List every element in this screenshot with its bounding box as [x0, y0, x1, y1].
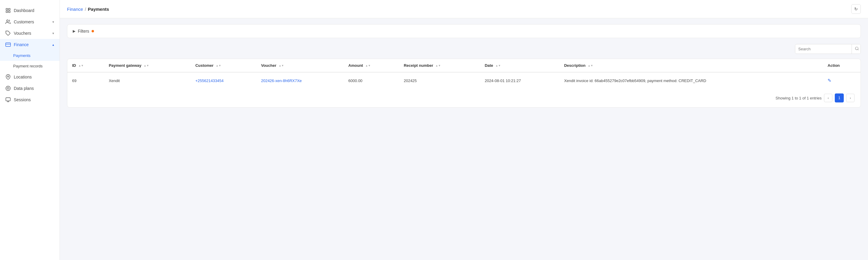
payments-table-wrapper: ID ▲▼ Payment gateway ▲▼ Customer ▲▼ V [67, 59, 861, 108]
table-row: 69 Xendit +255621433454 202426-xen-8h6RX… [67, 72, 861, 89]
sidebar-item-label: Sessions [14, 97, 31, 102]
sort-icon-id: ▲▼ [79, 64, 84, 67]
chevron-down-icon: ▾ [52, 20, 54, 24]
cell-id: 69 [67, 72, 104, 89]
refresh-icon: ↻ [854, 7, 858, 11]
sidebar-item-vouchers[interactable]: Vouchers ▾ [0, 28, 60, 39]
pagination: Showing 1 to 1 of 1 entries ‹ 1 › [67, 89, 861, 107]
pagination-prev-button[interactable]: ‹ [824, 94, 832, 102]
pagination-page-1-button[interactable]: 1 [835, 93, 844, 103]
col-header-description[interactable]: Description ▲▼ [559, 59, 823, 72]
map-pin-icon [5, 74, 11, 80]
pagination-next-button[interactable]: › [846, 94, 855, 102]
search-icon [855, 47, 859, 51]
search-input[interactable] [795, 45, 851, 53]
table-header-row: ID ▲▼ Payment gateway ▲▼ Customer ▲▼ V [67, 59, 861, 72]
cell-receipt-number: 202425 [399, 72, 480, 89]
col-header-receipt-number[interactable]: Receipt number ▲▼ [399, 59, 480, 72]
sidebar-item-label: Vouchers [14, 31, 31, 36]
customer-link[interactable]: +255621433454 [195, 79, 224, 83]
page-header: Finance / Payments ↻ [60, 0, 868, 18]
sidebar-item-label: Locations [14, 75, 32, 79]
col-header-date[interactable]: Date ▲▼ [480, 59, 559, 72]
sidebar-item-dashboard[interactable]: Dashboard [0, 5, 60, 16]
sort-icon-payment-gateway: ▲▼ [144, 64, 149, 67]
cell-amount: 6000.00 [344, 72, 399, 89]
credit-card-icon [5, 42, 11, 47]
svg-rect-6 [6, 43, 11, 47]
sidebar-item-label: Dashboard [14, 8, 34, 13]
sort-icon-customer: ▲▼ [216, 64, 221, 67]
breadcrumb-separator: / [85, 7, 86, 12]
sort-icon-amount: ▲▼ [366, 64, 371, 67]
main-content: Finance / Payments ↻ ▶ Filters [60, 0, 868, 260]
sidebar-item-label: Finance [14, 42, 29, 47]
sidebar-item-locations[interactable]: Locations [0, 71, 60, 83]
payments-table: ID ▲▼ Payment gateway ▲▼ Customer ▲▼ V [67, 59, 861, 89]
sidebar-item-label: Customers [14, 20, 34, 24]
tag-icon [5, 31, 11, 36]
sidebar-item-customers[interactable]: Customers ▾ [0, 16, 60, 28]
cell-payment-gateway: Xendit [104, 72, 190, 89]
sort-icon-date: ▲▼ [495, 64, 501, 67]
sidebar-item-label: Data plans [14, 86, 34, 91]
col-header-voucher[interactable]: Voucher ▲▼ [256, 59, 344, 72]
svg-point-8 [7, 76, 9, 77]
breadcrumb-finance-link[interactable]: Finance [67, 7, 83, 12]
page-title: Payments [88, 7, 109, 12]
sidebar-item-finance[interactable]: Finance ▴ [0, 39, 60, 50]
chevron-down-icon: ▾ [52, 31, 54, 35]
chevron-up-icon: ▴ [52, 43, 54, 47]
col-header-id[interactable]: ID ▲▼ [67, 59, 104, 72]
search-container [67, 44, 861, 54]
svg-rect-3 [9, 11, 10, 12]
cell-customer: +255621433454 [191, 72, 256, 89]
svg-rect-11 [6, 98, 10, 101]
grid-icon [5, 8, 11, 13]
sort-icon-description: ▲▼ [588, 64, 593, 67]
svg-rect-2 [6, 11, 7, 12]
sidebar-item-payment-records[interactable]: Payment records [0, 61, 60, 71]
svg-point-14 [856, 47, 858, 50]
filters-label: Filters [78, 29, 89, 33]
cell-voucher: 202426-xen-8h6RX7Xe [256, 72, 344, 89]
sidebar-item-data-plans[interactable]: Data plans [0, 83, 60, 94]
svg-rect-1 [9, 8, 10, 10]
users-icon [5, 19, 11, 25]
col-header-amount[interactable]: Amount ▲▼ [344, 59, 399, 72]
voucher-link[interactable]: 202426-xen-8h6RX7Xe [261, 79, 302, 83]
cell-description: Xendit invoice id: 66ab455279e2c07efbb54… [559, 72, 823, 89]
col-header-action: Action [823, 59, 861, 72]
svg-point-10 [7, 87, 9, 89]
refresh-button[interactable]: ↻ [851, 4, 861, 14]
col-header-payment-gateway[interactable]: Payment gateway ▲▼ [104, 59, 190, 72]
cell-date: 2024-08-01 10:21:27 [480, 72, 559, 89]
svg-line-15 [858, 50, 859, 50]
content-area: ▶ Filters ID ▲▼ [60, 18, 868, 260]
sidebar-item-label: Payment records [13, 64, 42, 68]
search-button[interactable] [851, 44, 861, 54]
svg-point-9 [6, 86, 10, 91]
svg-point-4 [7, 20, 8, 22]
edit-icon[interactable]: ✎ [828, 78, 832, 83]
cell-action: ✎ [823, 72, 861, 89]
col-header-customer[interactable]: Customer ▲▼ [191, 59, 256, 72]
filters-bar[interactable]: ▶ Filters [67, 24, 861, 38]
filters-arrow-icon: ▶ [73, 29, 75, 33]
sort-icon-receipt-number: ▲▼ [435, 64, 441, 67]
search-box [795, 44, 861, 54]
filters-active-dot [92, 30, 94, 32]
breadcrumb: Finance / Payments [67, 7, 109, 12]
sort-icon-voucher: ▲▼ [279, 64, 284, 67]
monitor-icon [5, 97, 11, 103]
pagination-summary: Showing 1 to 1 of 1 entries [776, 96, 822, 100]
data-plans-icon [5, 86, 11, 91]
sidebar: Dashboard Customers ▾ Vouchers ▾ Finance… [0, 0, 60, 260]
svg-rect-0 [6, 8, 7, 10]
sidebar-item-sessions[interactable]: Sessions [0, 94, 60, 106]
sidebar-item-label: Payments [13, 53, 31, 58]
sidebar-item-payments[interactable]: Payments [0, 50, 60, 61]
